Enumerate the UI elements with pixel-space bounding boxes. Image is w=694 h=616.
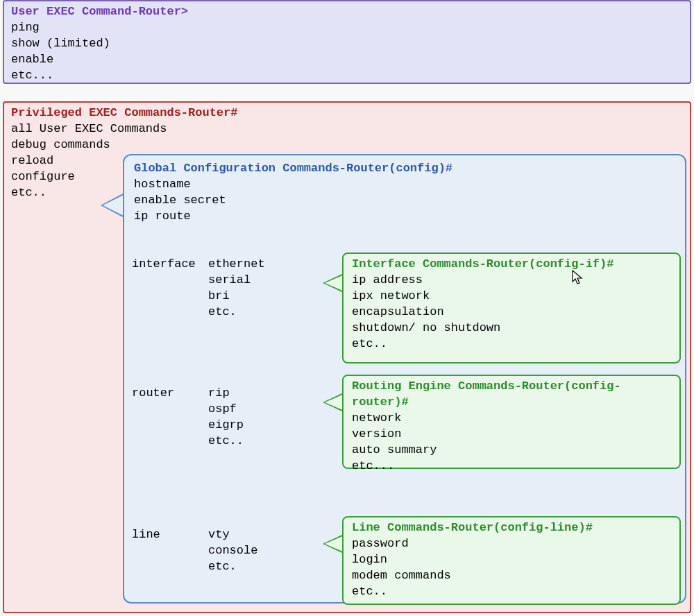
router-keyword: router (132, 386, 174, 402)
router-values: rip ospf eigrp etc.. (208, 386, 244, 450)
interface-commands-title: Interface Commands-Router(config-if)# (352, 257, 671, 273)
line-keyword: line (132, 527, 160, 543)
global-config-title: Global Configuration Commands-Router(con… (134, 161, 675, 177)
routing-engine-commands-line: network (352, 411, 671, 427)
global-config-line: hostname (134, 177, 675, 193)
interface-commands-line: shutdown/ no shutdown (352, 320, 671, 336)
interface-commands-line: encapsulation (352, 305, 671, 320)
user-exec-line: enable (11, 52, 683, 68)
line-commands-line: modem commands (352, 568, 671, 584)
line-commands-line: login (352, 552, 671, 568)
routing-engine-commands-line: version (352, 427, 671, 443)
interface-keyword: interface (132, 257, 196, 273)
diagram-root: User EXEC Command-Router> ping show (lim… (0, 0, 694, 616)
line-values: vty console etc. (208, 527, 257, 575)
line-commands-box: Line Commands-Router(config-line)# passw… (342, 516, 681, 605)
interface-commands-line: ipx network (352, 289, 671, 305)
callout-pointer-icon (325, 394, 344, 411)
priv-exec-title: Privileged EXEC Commands-Router# (11, 105, 683, 121)
interface-commands-box: Interface Commands-Router(config-if)# ip… (342, 253, 681, 363)
callout-pointer-icon (325, 275, 344, 291)
global-config-line: enable secret (134, 193, 675, 209)
priv-exec-line: debug commands (11, 137, 683, 153)
user-exec-box: User EXEC Command-Router> ping show (lim… (3, 0, 691, 84)
line-commands-title: Line Commands-Router(config-line)# (352, 520, 671, 536)
interface-commands-line: etc.. (352, 336, 671, 352)
priv-exec-line: all User EXEC Commands (11, 121, 683, 137)
routing-engine-commands-line: etc... (352, 459, 671, 474)
routing-engine-commands-line: auto summary (352, 443, 671, 459)
interface-commands-line: ip address (352, 273, 671, 289)
routing-engine-commands-box: Routing Engine Commands-Router(config-ro… (342, 375, 681, 469)
callout-pointer-icon (103, 194, 125, 216)
global-config-line: ip route (134, 209, 675, 225)
user-exec-title: User EXEC Command-Router> (11, 4, 683, 20)
user-exec-line: etc... (11, 68, 683, 84)
user-exec-line: ping (11, 20, 683, 36)
interface-values: ethernet serial bri etc. (208, 257, 265, 320)
routing-engine-commands-title: Routing Engine Commands-Router(config-ro… (352, 379, 671, 411)
user-exec-line: show (limited) (11, 36, 683, 52)
callout-pointer-icon (325, 536, 344, 552)
line-commands-line: etc.. (352, 584, 671, 600)
line-commands-line: password (352, 536, 671, 552)
